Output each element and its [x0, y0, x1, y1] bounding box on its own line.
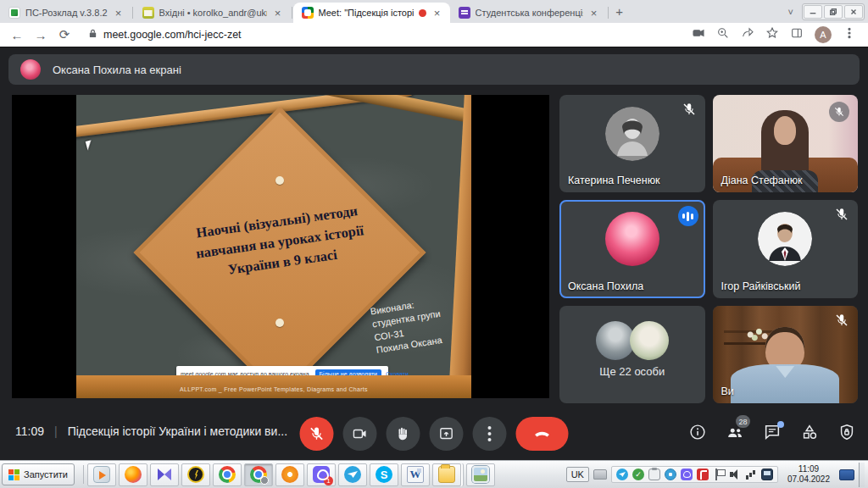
participant-tile-overflow[interactable]: Ще 22 особи: [559, 306, 705, 403]
tray-clock[interactable]: 11:09 07.04.2022: [782, 464, 835, 485]
shared-screen-stage: Наочні (візуальні) методи навчання на ур…: [12, 95, 549, 398]
participant-tile-igor[interactable]: Ігор Райківський: [713, 200, 859, 297]
browser-tab-strip: ПС-Розклад v.3.8.2 × Вхідні • korolko_an…: [0, 0, 868, 23]
firefox-icon: [125, 466, 142, 483]
reload-icon[interactable]: ⟳: [54, 25, 75, 45]
taskbar-firefox[interactable]: [119, 463, 147, 486]
tray-misc-icon[interactable]: [593, 469, 607, 480]
participant-tile-self[interactable]: Ви: [713, 306, 859, 403]
recording-dot-icon: [419, 9, 426, 17]
tray-monitor-icon[interactable]: [839, 469, 854, 480]
activities-icon[interactable]: [800, 423, 819, 441]
taskbar-chrome-active[interactable]: [244, 463, 273, 486]
bookmark-star-icon[interactable]: [765, 26, 779, 43]
taskbar-daemon-tools[interactable]: [181, 463, 210, 486]
present-screen-button[interactable]: [430, 417, 464, 451]
taskbar-file-manager[interactable]: [432, 463, 461, 486]
host-controls-icon[interactable]: [837, 423, 856, 441]
start-button[interactable]: Запустити: [2, 463, 75, 485]
daemon-tools-icon: [187, 466, 204, 483]
profile-avatar[interactable]: A: [815, 26, 832, 43]
tray-clipboard-icon[interactable]: [648, 469, 660, 480]
slide-wood-frame-right: [448, 95, 471, 398]
chevron-down-icon[interactable]: ˅: [788, 7, 793, 17]
tab-separator: [132, 7, 133, 19]
chrome-icon: [250, 466, 267, 483]
close-icon[interactable]: ×: [588, 7, 600, 19]
taskbar-word[interactable]: W: [401, 463, 430, 486]
raise-hand-button[interactable]: [387, 417, 420, 451]
participant-tile-katerina[interactable]: Катерина Печенюк: [559, 95, 705, 192]
mic-muted-icon: [834, 313, 849, 328]
lock-icon[interactable]: [88, 29, 97, 41]
taskbar-telegram[interactable]: [338, 463, 367, 486]
mic-toggle-button[interactable]: [300, 417, 334, 451]
camera-permission-icon[interactable]: [692, 26, 705, 43]
restore-button[interactable]: [824, 5, 843, 19]
tray-antivirus-icon[interactable]: ✓: [632, 469, 644, 480]
share-icon[interactable]: [741, 26, 754, 43]
close-icon[interactable]: ×: [431, 7, 443, 19]
chat-icon[interactable]: [763, 423, 782, 441]
language-indicator[interactable]: UK: [566, 467, 589, 482]
meeting-details-icon[interactable]: [688, 423, 707, 441]
skype-icon: S: [376, 466, 392, 483]
forward-icon[interactable]: →: [31, 25, 51, 45]
tray-flag-icon[interactable]: [713, 469, 725, 480]
minimize-button[interactable]: [804, 5, 822, 19]
end-call-button[interactable]: [516, 417, 569, 451]
more-options-button[interactable]: [473, 417, 507, 451]
tab-meet-active[interactable]: Meet: "Підсекція історії Укр ×: [293, 3, 450, 23]
tray-viber-icon[interactable]: [681, 469, 693, 480]
tray-eset-icon[interactable]: [665, 469, 676, 480]
tray-icons: ✓: [611, 466, 778, 483]
call-controls: [300, 417, 569, 451]
participant-name: Катерина Печенюк: [568, 175, 660, 186]
tab-mail[interactable]: Вхідні • korolko_andr@ukr.net ×: [134, 3, 291, 23]
tab-ps-rozklad[interactable]: ПС-Розклад v.3.8.2 ×: [0, 3, 131, 23]
zoom-icon[interactable]: [716, 26, 730, 43]
slide-credits: Виконала: студентка групи СОІ-31 Похила …: [370, 295, 446, 358]
tray-time: 11:09: [787, 464, 830, 475]
tray-display-icon[interactable]: [761, 469, 773, 480]
image-viewer-icon: [472, 466, 489, 483]
tray-telegram-icon[interactable]: [616, 469, 628, 480]
url-text: meet.google.com/hci-jecc-zet: [103, 29, 242, 41]
taskbar-chrome[interactable]: [213, 463, 242, 486]
volume-icon[interactable]: [729, 469, 741, 480]
sidepanel-icon[interactable]: [790, 26, 804, 43]
folder-icon: [438, 466, 455, 483]
tab-conference[interactable]: Студентська конференція - підс ×: [450, 3, 607, 23]
back-icon[interactable]: ←: [7, 25, 27, 45]
close-window-button[interactable]: [844, 5, 863, 19]
taskbar-browser-orange[interactable]: [275, 463, 304, 486]
camera-toggle-button[interactable]: [343, 417, 377, 451]
screen: ПС-Розклад v.3.8.2 × Вхідні • korolko_an…: [0, 0, 868, 488]
network-icon[interactable]: [745, 469, 757, 480]
taskbar-skype[interactable]: S: [370, 463, 398, 486]
taskbar-image-viewer[interactable]: [466, 463, 495, 486]
overflow-avatars: [596, 321, 669, 360]
orange-browser-icon: [281, 466, 298, 483]
taskbar-media-player[interactable]: [87, 463, 116, 486]
meet-app: Оксана Похила на екрані Наочні (візуальн…: [0, 47, 868, 460]
taskbar-viber[interactable]: 1: [307, 463, 336, 486]
url-field[interactable]: meet.google.com/hci-jecc-zet: [78, 25, 692, 44]
presentation-slide: Наочні (візуальні) методи навчання на ур…: [76, 95, 471, 398]
mic-muted-icon: [829, 102, 849, 122]
close-icon[interactable]: ×: [113, 7, 125, 19]
new-tab-button[interactable]: +: [609, 1, 630, 21]
tray-abbyy-icon[interactable]: [697, 469, 709, 480]
participant-name: Оксана Похила: [568, 280, 643, 292]
ps-rozklad-favicon-icon: [8, 7, 20, 19]
telegram-icon: [344, 466, 361, 483]
presenting-banner-text: Оксана Похила на екрані: [53, 64, 181, 76]
participant-tile-diana[interactable]: Діана Стефанюк: [713, 95, 859, 192]
taskbar-kmplayer[interactable]: [150, 463, 179, 486]
close-icon[interactable]: ×: [272, 7, 284, 19]
participant-tile-oksana[interactable]: Оксана Похила: [559, 200, 705, 297]
participants-icon[interactable]: 28: [726, 423, 744, 441]
browser-menu-icon[interactable]: [843, 26, 856, 43]
windows-taskbar: Запустити 1 S W UK ✓: [0, 460, 868, 488]
show-desktop-button[interactable]: [859, 463, 865, 487]
